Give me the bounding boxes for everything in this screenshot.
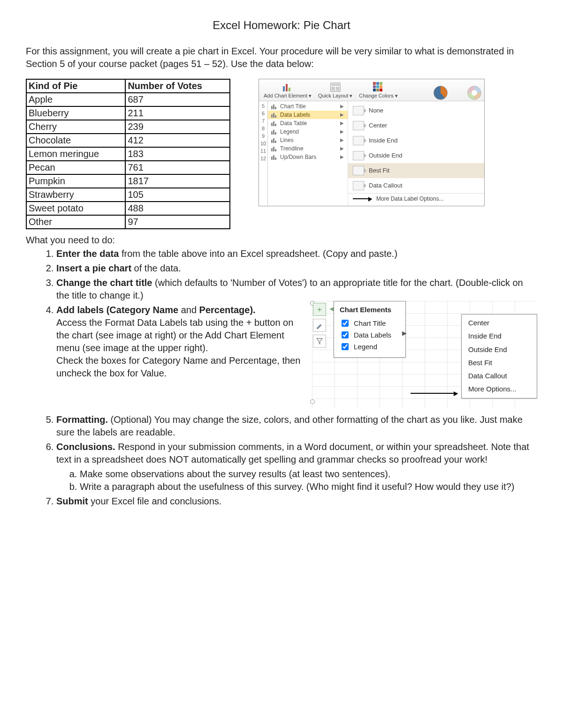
submenu-item[interactable]: Inside End — [348, 133, 484, 148]
step-6: Conclusions. Respond in your submission … — [56, 441, 537, 493]
chart-filter-button[interactable] — [313, 335, 326, 348]
arrow-right-icon — [411, 393, 457, 394]
table-cell: Chocolate — [26, 134, 125, 147]
chart-elements-screenshot: ＋ ◄ Chart Elements Chart TitleData Label… — [312, 301, 537, 409]
table-row: Lemon meringue183 — [26, 147, 230, 161]
svg-rect-0 — [283, 86, 285, 91]
add-chart-element-label: Add Chart Element ▾ — [264, 93, 312, 99]
instructions-heading: What you need to do: — [26, 235, 537, 246]
table-cell: Blueberry — [26, 106, 125, 120]
menu-item[interactable]: Data Labels▶ — [268, 111, 348, 119]
quick-layout-button[interactable]: Quick Layout ▾ — [316, 81, 354, 100]
svg-rect-10 — [271, 114, 273, 118]
flyout-item[interactable]: Data Callout — [462, 369, 537, 383]
chart-element-checkbox[interactable]: Legend — [340, 341, 391, 353]
table-cell: 183 — [125, 147, 230, 161]
svg-rect-1 — [286, 84, 288, 91]
svg-rect-21 — [275, 141, 276, 143]
worksheet-row-numbers: 56789101112 — [259, 101, 268, 206]
donut-style-icon[interactable] — [467, 86, 481, 100]
table-row: Pecan761 — [26, 161, 230, 174]
menu-item[interactable]: Up/Down Bars▶ — [268, 153, 348, 161]
table-row: Apple687 — [26, 93, 230, 106]
svg-rect-15 — [275, 124, 276, 126]
add-chart-element-button[interactable]: Add Chart Element ▾ — [262, 81, 313, 100]
chart-elements-title: Chart Elements — [340, 305, 391, 315]
pie-votes-table: Kind of Pie Number of Votes Apple687Blue… — [26, 79, 230, 229]
table-cell: 687 — [125, 93, 230, 106]
data-labels-flyout: CenterInside EndOutside EndBest FitData … — [461, 314, 537, 398]
table-cell: 211 — [125, 106, 230, 120]
col-header-votes: Number of Votes — [125, 79, 230, 93]
menu-item[interactable]: Legend▶ — [268, 128, 348, 136]
step-6b: Write a paragraph about the usefulness o… — [80, 480, 537, 493]
change-colors-label: Change Colors ▾ — [359, 93, 397, 99]
menu-glyph-icon — [271, 154, 277, 160]
table-row: Other97 — [26, 215, 230, 229]
flyout-item[interactable]: Center — [462, 316, 537, 330]
label-tag-icon — [353, 166, 364, 175]
step-7: Submit your Excel file and conclusions. — [56, 495, 537, 508]
table-cell: Lemon meringue — [26, 147, 125, 161]
svg-rect-25 — [271, 157, 273, 160]
checkbox[interactable] — [342, 331, 349, 338]
step-3: Change the chart title (which defaults t… — [56, 277, 537, 302]
table-cell: Sweet potato — [26, 202, 125, 215]
step-4: ＋ ◄ Chart Elements Chart TitleData Label… — [56, 304, 537, 412]
table-row: Pumpkin1817 — [26, 174, 230, 188]
chart-elements-panel: Chart Elements Chart TitleData LabelsLeg… — [334, 301, 406, 358]
chart-plus-button[interactable]: ＋ — [313, 303, 326, 316]
submenu-item[interactable]: Outside End — [348, 148, 484, 163]
table-row: Cherry239 — [26, 120, 230, 134]
submenu-item[interactable]: Best Fit — [348, 163, 484, 178]
table-cell: 105 — [125, 188, 230, 202]
table-row: Chocolate412 — [26, 134, 230, 147]
menu-glyph-icon — [271, 137, 277, 143]
table-cell: 97 — [125, 215, 230, 229]
pie-style-icon[interactable] — [434, 86, 448, 100]
label-tag-icon — [353, 121, 364, 130]
menu-item[interactable]: Chart Title▶ — [268, 102, 348, 111]
chart-element-checkbox[interactable]: Chart Title — [340, 317, 391, 329]
submenu-item[interactable]: None — [348, 103, 484, 118]
step-2: Insert a pie chart of the data. — [56, 262, 537, 275]
menu-item[interactable]: Trendline▶ — [268, 144, 348, 153]
table-row: Strawberry105 — [26, 188, 230, 202]
menu-glyph-icon — [271, 120, 277, 127]
chart-element-checkbox[interactable]: Data Labels — [340, 329, 391, 341]
checkbox[interactable] — [342, 343, 349, 350]
step-1: Enter the data from the table above into… — [56, 248, 537, 260]
menu-item[interactable]: Data Table▶ — [268, 119, 348, 128]
label-tag-icon — [353, 151, 364, 160]
flyout-item[interactable]: More Options... — [462, 383, 537, 396]
submenu-item[interactable]: Center — [348, 118, 484, 133]
svg-rect-9 — [275, 107, 276, 109]
svg-rect-27 — [275, 158, 276, 160]
checkbox[interactable] — [342, 320, 349, 327]
svg-rect-18 — [275, 132, 276, 135]
page-title: Excel Homework: Pie Chart — [26, 19, 537, 32]
table-cell: 488 — [125, 202, 230, 215]
change-colors-button[interactable]: Change Colors ▾ — [357, 81, 399, 100]
svg-rect-24 — [275, 149, 276, 151]
menu-glyph-icon — [271, 112, 277, 118]
label-tag-icon — [353, 136, 364, 145]
col-header-kind: Kind of Pie — [26, 79, 125, 93]
chart-element-menu: Chart Title▶Data Labels▶Data Table▶Legen… — [268, 101, 348, 206]
flyout-item[interactable]: Best Fit — [462, 356, 537, 369]
table-cell: Strawberry — [26, 188, 125, 202]
svg-rect-23 — [273, 147, 274, 151]
table-cell: Apple — [26, 93, 125, 106]
flyout-item[interactable]: Inside End — [462, 330, 537, 343]
submenu-arrow-icon: ▶ — [402, 329, 407, 338]
svg-rect-12 — [275, 115, 276, 118]
svg-rect-14 — [273, 121, 274, 126]
svg-rect-4 — [332, 84, 339, 86]
svg-rect-6 — [336, 87, 339, 90]
menu-item[interactable]: Lines▶ — [268, 136, 348, 144]
step-4-body: Access the Format Data Labels tab using … — [56, 317, 300, 378]
chart-brush-button[interactable] — [313, 319, 326, 332]
submenu-item[interactable]: Data Callout — [348, 178, 484, 193]
more-data-label-options[interactable]: More Data Label Options... — [348, 193, 484, 204]
flyout-item[interactable]: Outside End — [462, 343, 537, 356]
